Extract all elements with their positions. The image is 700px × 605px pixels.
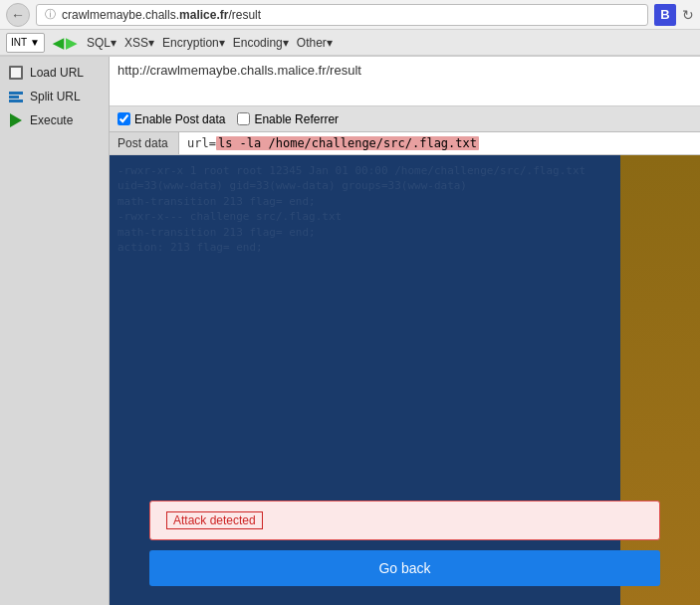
split-url-item[interactable]: Split URL [0,85,109,108]
arrows: ◀ ▶ [53,35,77,51]
reload-button[interactable]: ↻ [682,7,694,23]
load-url-label: Load URL [30,66,84,80]
url-domain: malice.fr [179,8,228,22]
execute-label: Execute [30,113,73,127]
page-content: -rwxr-xr-x 1 root root 12345 Jan 01 00:0… [110,155,700,605]
back-button[interactable]: ← [6,3,30,27]
encryption-menu[interactable]: Encryption▾ [160,35,227,51]
enable-referrer-label: Enable Referrer [254,112,339,126]
url-display[interactable]: http://crawlmemaybe.challs.malice.fr/res… [117,61,692,82]
post-data-highlighted: ls -la /home/challenge/src/.flag.txt [216,136,479,150]
url-input-area: http://crawlmemaybe.challs.malice.fr/res… [110,57,700,106]
post-data-prefix: url= [187,136,216,150]
post-controls: Enable Post data Enable Referrer [110,106,700,132]
menu-items: SQL▾ XSS▾ Encryption▾ Encoding▾ Other▾ [85,35,335,51]
b-icon[interactable]: B [654,4,676,26]
url-text: crawlmemaybe.challs.malice.fr/result [62,8,639,22]
post-data-row: Post data url=ls -la /home/challenge/src… [110,132,700,155]
main-area: Load URL Split URL Execute http://crawlm… [0,57,700,605]
xss-menu[interactable]: XSS▾ [122,35,156,51]
split-url-icon [8,89,24,104]
attack-alert: Attack detected [149,501,660,540]
enable-referrer-input[interactable] [237,112,250,125]
load-url-icon [8,65,24,81]
lock-icon: ⓘ [45,7,56,22]
enable-referrer-checkbox[interactable]: Enable Referrer [237,112,339,126]
address-bar[interactable]: ⓘ crawlmemaybe.challs.malice.fr/result [36,4,648,26]
arrow-left: ◀ [53,35,64,51]
arrow-right: ▶ [66,35,77,51]
sql-menu[interactable]: SQL▾ [85,35,118,51]
post-data-value[interactable]: url=ls -la /home/challenge/src/.flag.txt [179,132,700,154]
nav-bar: ← ⓘ crawlmemaybe.challs.malice.fr/result… [0,0,700,30]
int-chevron: ▼ [30,37,40,48]
other-menu[interactable]: Other▾ [295,35,335,51]
post-data-label: Post data [110,132,179,154]
toolbar: INT ▼ ◀ ▶ SQL▾ XSS▾ Encryption▾ Encoding… [0,30,700,56]
int-label: INT [11,37,27,48]
execute-icon [8,112,24,128]
load-url-item[interactable]: Load URL [0,61,109,85]
encoding-menu[interactable]: Encoding▾ [231,35,291,51]
execute-item[interactable]: Execute [0,108,109,132]
split-url-label: Split URL [30,90,81,103]
int-dropdown[interactable]: INT ▼ [6,33,45,53]
enable-post-input[interactable] [117,112,130,125]
attack-label: Attack detected [166,511,263,529]
content-area: http://crawlmemaybe.challs.malice.fr/res… [110,57,700,605]
go-back-button[interactable]: Go back [149,550,660,586]
enable-post-label: Enable Post data [134,112,225,126]
side-panel: Load URL Split URL Execute [0,57,110,605]
enable-post-checkbox[interactable]: Enable Post data [117,112,225,126]
